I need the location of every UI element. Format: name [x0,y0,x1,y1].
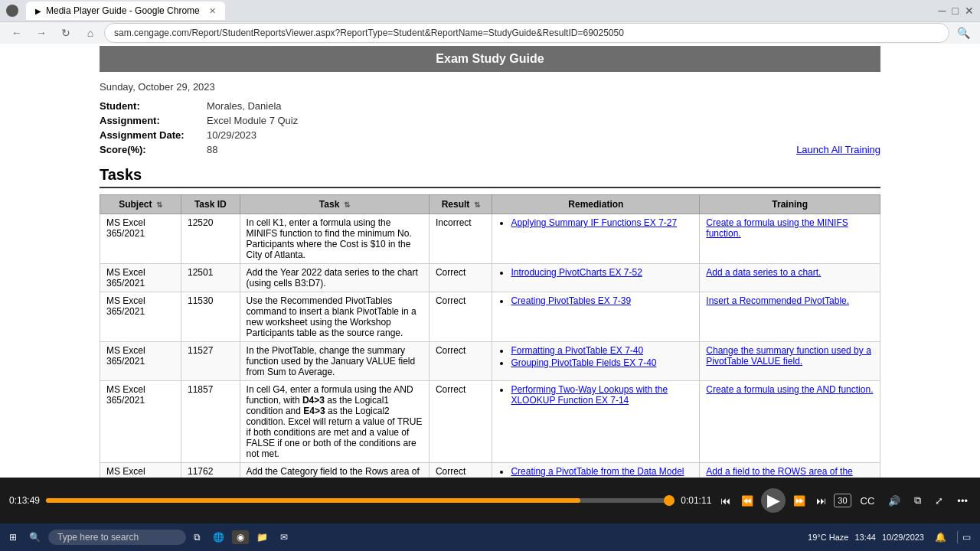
total-time: 0:01:11 [681,495,711,506]
reload-button[interactable]: ↻ [55,22,77,44]
cell-training: Insert a Recommended PivotTable. [700,292,880,342]
skip-back-icon[interactable]: ⏮ [717,492,733,510]
search-button[interactable]: 🔍 [24,530,45,544]
cell-subject: MS Excel 365/2021 [100,342,181,381]
score-row: Score(%): 88 [100,144,796,155]
back-button[interactable]: ← [6,22,28,44]
cell-subject: MS Excel 365/2021 [100,381,181,463]
remediation-link[interactable]: Formatting a PivotTable EX 7-40 [511,345,643,356]
remediation-link[interactable]: Applying Summary IF Functions EX 7-27 [511,217,677,228]
window-controls: ─ □ ✕ [939,5,974,17]
cell-task: In cell G4, enter a formula using the AN… [240,381,429,463]
training-link[interactable]: Insert a Recommended PivotTable. [706,295,849,306]
training-link[interactable]: Change the summary function used by a Pi… [706,345,871,367]
address-input[interactable] [104,23,949,43]
tab-favicon: ▶ [35,7,41,15]
progress-dot [664,495,675,506]
maximize-icon[interactable]: □ [952,5,959,17]
assignment-row: Assignment: Excel Module 7 Quiz [100,115,796,126]
sort-icon-task[interactable]: ⇅ [344,201,350,209]
notification-icon[interactable]: 🔔 [930,530,951,544]
exam-header: Exam Study Guide [100,46,880,72]
assignment-date-label: Assignment Date: [100,129,207,141]
taskbar-edge-icon[interactable]: 🌐 [208,530,229,544]
taskbar-files-icon[interactable]: 📁 [252,530,273,544]
cell-subject: MS Excel 365/2021 [100,214,181,264]
cell-training: Add a data series to a chart. [700,264,880,292]
search-icon[interactable]: 🔍 [952,22,974,44]
cell-subject: MS Excel 365/2021 [100,292,181,342]
training-link[interactable]: Add a data series to a chart. [706,267,821,278]
fullscreen-icon[interactable]: ⤢ [932,492,946,510]
score-label: Score(%): [100,144,207,155]
cell-result: Correct [429,264,492,292]
cell-taskid: 11527 [181,342,240,381]
close-icon[interactable]: ✕ [965,5,974,17]
cell-taskid: 11857 [181,381,240,463]
show-desktop-button[interactable]: ▭ [957,530,975,544]
remediation-link[interactable]: Introducing PivotCharts EX 7-52 [511,267,642,278]
cc-icon[interactable]: CC [858,492,878,510]
address-bar-row: ← → ↻ ⌂ 🔍 [0,21,980,44]
cell-remediation: Introducing PivotCharts EX 7-52 [492,264,700,292]
cell-training: Change the summary function used by a Pi… [700,342,880,381]
cell-taskid: 12501 [181,264,240,292]
task-view-button[interactable]: ⧉ [189,530,205,544]
progress-fill [46,498,580,503]
tasks-table: Subject ⇅ Task ID Task ⇅ Result ⇅ [100,194,880,493]
taskbar: ⊞ 🔍 ⧉ 🌐 ◉ 📁 ✉ 19°C Haze 13:44 10/29/2023… [0,523,980,551]
taskbar-chrome-icon[interactable]: ◉ [232,530,249,544]
play-pause-button[interactable]: ▶ [761,488,786,513]
start-button[interactable]: ⊞ [5,530,21,544]
browser-tab[interactable]: ▶ Media Player Guide - Google Chrome ✕ [26,2,225,20]
taskbar-search-input[interactable] [48,530,186,545]
current-time: 0:13:49 [9,495,40,506]
assignment-label: Assignment: [100,115,207,126]
rewind-icon[interactable]: ⏪ [738,492,756,510]
tab-title: Media Player Guide - Google Chrome [46,5,200,16]
remediation-link[interactable]: Creating PivotTables EX 7-39 [511,295,631,306]
remediation-link[interactable]: Performing Two-Way Lookups with the XLOO… [511,384,668,406]
launch-all-container: Launch All Training [796,100,880,158]
taskbar-mail-icon[interactable]: ✉ [276,530,292,544]
table-row: MS Excel 365/202111530Use the Recommende… [100,292,880,342]
cell-task: In the PivotTable, change the summary fu… [240,342,429,381]
remediation-link[interactable]: Grouping PivotTable Fields EX 7-40 [511,357,656,368]
forward-button[interactable]: → [31,22,52,44]
home-button[interactable]: ⌂ [80,22,101,44]
training-link[interactable]: Create a formula using the AND function. [706,384,873,395]
replay-30-icon[interactable]: 30 [834,494,851,507]
launch-all-training-link[interactable]: Launch All Training [796,144,880,158]
search-icon-taskbar: 🔍 [29,532,41,543]
exam-heading-text: Exam Study Guide [436,52,544,65]
cell-task: In cell K1, enter a formula using the MI… [240,214,429,264]
table-row: MS Excel 365/202112520In cell K1, enter … [100,214,880,264]
media-player-bar[interactable]: 0:13:49 0:01:11 ⏮ ⏪ ▶ ⏩ ⏭ 30 CC 🔊 ⧉ ⤢ ••… [0,478,980,523]
cell-result: Correct [429,381,492,463]
col-header-subject: Subject ⇅ [100,195,181,214]
cell-remediation: Applying Summary IF Functions EX 7-27 [492,214,700,264]
tasks-heading: Tasks [100,166,880,188]
student-value: Morales, Daniela [207,100,282,112]
cell-result: Correct [429,292,492,342]
taskbar-time: 13:44 [854,533,876,542]
minimize-icon[interactable]: ─ [939,5,946,17]
col-header-remediation: Remediation [492,195,700,214]
pip-icon[interactable]: ⧉ [911,491,924,510]
more-options-icon[interactable]: ••• [954,492,971,510]
taskbar-date: 10/29/2023 [882,533,924,542]
tab-close-icon[interactable]: ✕ [209,6,216,16]
taskbar-weather: 19°C Haze [808,533,848,542]
sort-icon-subject[interactable]: ⇅ [156,201,162,209]
training-link[interactable]: Create a formula using the MINIFS functi… [706,217,848,239]
sort-icon-result[interactable]: ⇅ [474,201,480,209]
media-controls: ⏮ ⏪ ▶ ⏩ ⏭ 30 [717,488,851,513]
cell-result: Correct [429,342,492,381]
volume-icon[interactable]: 🔊 [885,492,903,510]
fast-forward-icon[interactable]: ⏩ [790,492,808,510]
progress-bar[interactable] [46,498,675,503]
skip-forward-icon[interactable]: ⏭ [813,492,829,510]
cell-remediation: Performing Two-Way Lookups with the XLOO… [492,381,700,463]
col-header-taskid: Task ID [181,195,240,214]
cell-subject: MS Excel 365/2021 [100,264,181,292]
